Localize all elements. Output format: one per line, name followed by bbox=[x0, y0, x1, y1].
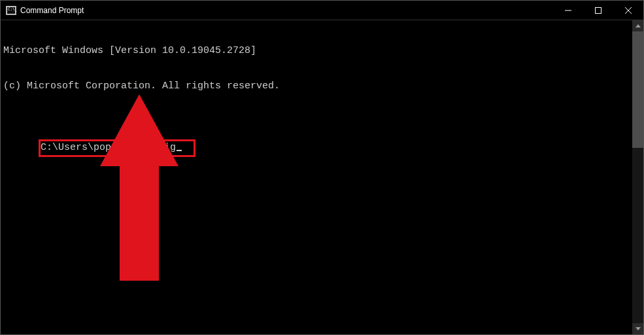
cmd-icon bbox=[6, 6, 16, 15]
command-prompt-window: Command Prompt Microsoft Windows [Versio… bbox=[0, 0, 644, 335]
prompt-line: C:\Users\popaa>ipconfig bbox=[41, 141, 188, 154]
close-icon bbox=[625, 7, 632, 14]
terminal-output[interactable]: Microsoft Windows [Version 10.0.19045.27… bbox=[1, 20, 632, 334]
content-area: Microsoft Windows [Version 10.0.19045.27… bbox=[1, 20, 643, 334]
window-title: Command Prompt bbox=[20, 6, 84, 15]
arrow-annotation bbox=[53, 82, 178, 296]
scroll-thumb[interactable] bbox=[632, 31, 643, 148]
scroll-track[interactable] bbox=[632, 31, 643, 323]
highlight-annotation: C:\Users\popaa>ipconfig bbox=[39, 139, 195, 157]
close-button[interactable] bbox=[613, 1, 643, 20]
scroll-down-arrow-icon[interactable] bbox=[632, 323, 643, 334]
prompt-path: C:\Users\popaa> bbox=[41, 142, 129, 153]
window-controls bbox=[553, 1, 643, 20]
text-cursor bbox=[177, 150, 182, 151]
svg-rect-1 bbox=[596, 7, 602, 13]
copyright-line: (c) Microsoft Corporation. All rights re… bbox=[3, 80, 632, 92]
maximize-icon bbox=[595, 7, 602, 14]
minimize-button[interactable] bbox=[553, 1, 583, 20]
svg-marker-5 bbox=[636, 24, 641, 27]
maximize-button[interactable] bbox=[583, 1, 613, 20]
svg-marker-6 bbox=[636, 327, 641, 330]
vertical-scrollbar[interactable] bbox=[632, 20, 643, 334]
titlebar[interactable]: Command Prompt bbox=[1, 1, 643, 20]
blank-line bbox=[3, 116, 632, 128]
scroll-up-arrow-icon[interactable] bbox=[632, 20, 643, 31]
version-line: Microsoft Windows [Version 10.0.19045.27… bbox=[3, 45, 632, 57]
minimize-icon bbox=[565, 7, 571, 14]
typed-command: ipconfig bbox=[129, 142, 176, 153]
